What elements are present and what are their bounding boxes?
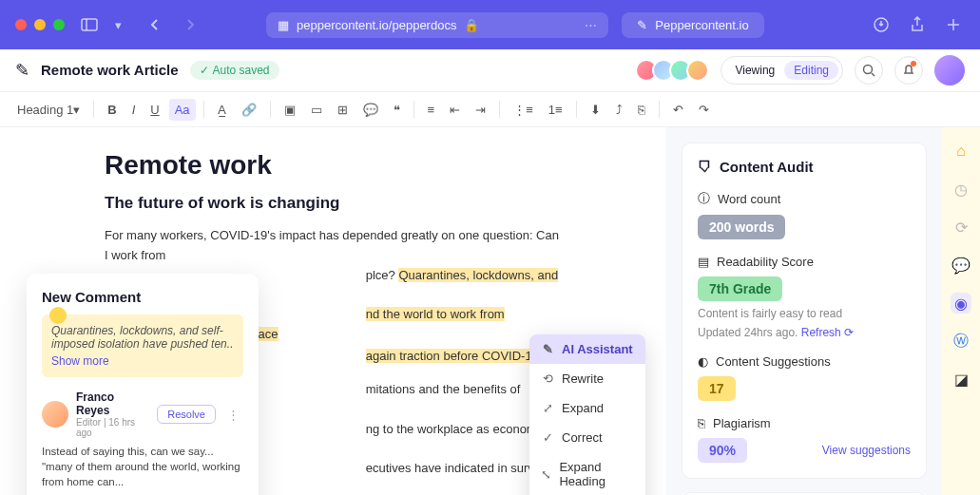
comment-text: Instead of saying this, can we say... "m… [42,444,243,489]
ai-assistant-menu: ✎AI Assistant ⟲Rewrite ⤢Expand ✓Correct … [529,334,645,495]
comment-item: Franco Reyes Editor | 16 hrs ago Resolve… [42,390,243,495]
text-color-button[interactable]: A̲ [212,99,232,121]
svg-line-4 [872,73,874,76]
bold-button[interactable]: B [102,99,122,121]
suggestions-value: 17 [698,376,736,401]
more-icon[interactable]: ⋯ [585,18,597,32]
minimize-window-icon[interactable] [34,19,46,30]
app-header: ✎ Remote work Article ✓ Auto saved Viewi… [0,49,980,91]
redo-button[interactable]: ↷ [693,99,715,121]
indent-decrease-button[interactable]: ⇤ [444,99,466,121]
plagiarism-value: 90% [698,438,747,463]
quote-button[interactable]: ❝ [388,99,406,121]
readability-value: 7th Grade [698,276,782,301]
word-count-label: Word count [718,192,780,206]
suggestion-icon: ◐ [698,354,708,369]
view-suggestions-link[interactable]: View suggestions [822,444,911,457]
plagiarism-label: Plagiarism [713,416,771,430]
tab-2-label: Peppercontent.io [655,18,748,32]
lock-icon: 🔒 [464,18,479,32]
mode-editing[interactable]: Editing [784,61,838,80]
show-more-link[interactable]: Show more [51,354,234,368]
share-button[interactable]: ⤴ [610,99,628,121]
sidebar-toggle-icon[interactable] [78,13,101,36]
search-button[interactable] [855,56,883,85]
comment-panel: New Comment Quarantines, lockdowns, and … [27,274,259,495]
shield-icon: ⛉ [698,159,712,175]
suggestions-label: Content Suggestions [716,354,831,369]
doc-h1[interactable]: Remote work [105,150,562,181]
download-icon[interactable] [870,13,893,36]
refresh-link[interactable]: Refresh ⟳ [801,326,854,339]
maximize-window-icon[interactable] [53,19,65,30]
table-button[interactable]: ⊞ [332,99,354,121]
comment-highlight: Quarantines, lockdowns, and self-imposed… [42,314,243,377]
copy-button[interactable]: ⎘ [632,99,651,121]
ai-rewrite[interactable]: ⟲Rewrite [529,364,645,393]
svg-rect-0 [82,19,97,30]
wordpress-icon[interactable]: ⓦ [951,331,971,352]
address-bar[interactable]: ▦ peppercontent.io/pepperdocs 🔒 ⋯ [266,12,608,38]
expand-heading-icon: ⤡ [541,467,551,482]
format-toolbar: Heading 1 ▾ B I U Aa A̲ 🔗 ▣ ▭ ⊞ 💬 ❝ ≡ ⇤ … [0,91,980,127]
autosave-badge: ✓ Auto saved [190,61,279,80]
history-icon[interactable]: ◷ [951,179,971,200]
share-icon[interactable] [906,13,929,36]
readability-label: Readability Score [717,255,814,269]
check-icon: ✓ [200,64,209,77]
image-button[interactable]: ▣ [279,99,301,121]
undo-button[interactable]: ↶ [667,99,689,121]
text-case-button[interactable]: Aa [169,99,196,121]
forward-icon[interactable] [179,13,202,36]
tab-2[interactable]: ✎ Peppercontent.io [622,12,764,38]
italic-button[interactable]: I [126,99,142,121]
underline-button[interactable]: U [144,99,164,121]
user-avatar[interactable] [934,55,965,86]
link-button[interactable]: 🔗 [236,99,262,121]
notifications-button[interactable] [894,56,923,85]
doc-title[interactable]: Remote work Article [41,62,179,78]
back-icon[interactable] [143,13,165,36]
heading-dropdown[interactable]: Heading 1 ▾ [11,99,86,121]
url-text: peppercontent.io/pepperdocs [297,18,456,32]
bullet-list-button[interactable]: ⋮≡ [508,99,539,121]
home-icon[interactable]: ⌂ [951,141,971,162]
new-tab-icon[interactable] [942,13,965,36]
doc-h2[interactable]: The future of work is changing [105,194,562,213]
comment-menu-icon[interactable]: ⋮ [223,408,243,422]
readability-sub: Content is fairly easy to read [698,307,911,320]
chat-icon[interactable]: 💬 [951,255,971,276]
book-icon: ▤ [698,255,709,269]
ai-expand[interactable]: ⤢Expand [529,393,645,423]
content-audit-panel: ⛉ Content Audit ⓘWord count 200 words ▤R… [666,127,942,495]
export-icon[interactable]: ◪ [951,369,971,390]
plagiarism-icon: ⎘ [698,416,705,430]
mode-toggle[interactable]: Viewing Editing [721,56,843,85]
numbered-list-button[interactable]: 1≡ [543,99,568,121]
refresh-icon[interactable]: ⟳ [951,217,971,238]
highlight-badge-icon [49,307,67,324]
svg-point-3 [864,65,873,73]
comment-button[interactable]: 💬 [357,99,384,121]
ai-correct[interactable]: ✓Correct [529,423,645,452]
avatar[interactable] [686,59,709,82]
doc-logo-icon: ✎ [15,60,29,81]
expand-icon: ⤢ [541,401,554,415]
word-count-value: 200 words [698,215,785,239]
collaborator-avatars[interactable] [641,59,709,82]
mode-viewing[interactable]: Viewing [725,61,784,80]
chevron-down-icon[interactable]: ▾ [106,13,129,36]
pen-icon: ✎ [637,18,647,32]
audit-icon[interactable]: ◉ [951,293,971,314]
traffic-lights [15,19,65,30]
correct-icon: ✓ [541,430,554,445]
indent-increase-button[interactable]: ⇥ [470,99,491,121]
resolve-button[interactable]: Resolve [157,405,216,424]
align-left-button[interactable]: ≡ [422,99,441,121]
close-window-icon[interactable] [15,19,27,30]
ai-expand-heading[interactable]: ⤡Expand Heading [529,452,645,495]
video-button[interactable]: ▭ [305,99,328,121]
download-button[interactable]: ⬇ [585,99,606,121]
word-icon: ⓘ [698,190,710,207]
autosave-label: Auto saved [213,64,270,77]
